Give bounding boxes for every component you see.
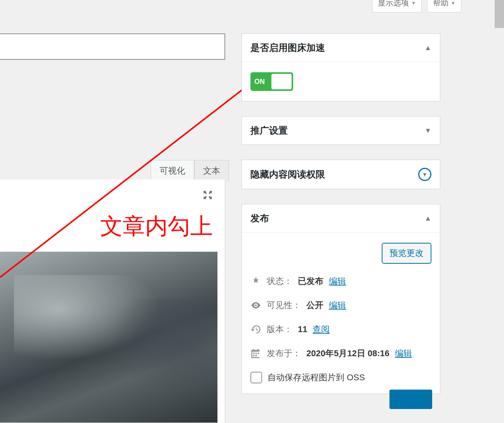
panel-cdn-accel: 是否启用图床加速 ▲ ON <box>242 33 440 101</box>
visibility-row: 可见性： 公开 编辑 <box>250 299 431 311</box>
eye-icon <box>250 300 261 311</box>
scrollbar-thumb[interactable] <box>495 0 504 28</box>
toggle-on-label: ON <box>254 78 265 86</box>
cdn-toggle[interactable]: ON <box>250 72 293 91</box>
update-button[interactable] <box>389 390 432 409</box>
status-row: 状态： 已发布 编辑 <box>250 275 431 287</box>
revisions-browse-link[interactable]: 查阅 <box>313 324 330 335</box>
panel-promo: 推广设置 ▼ <box>242 116 440 145</box>
status-edit-link[interactable]: 编辑 <box>329 275 346 287</box>
auto-save-row: 自动保存远程图片到 OSS <box>250 372 431 383</box>
screen-options-button[interactable]: 显示选项 ▼ <box>372 0 422 12</box>
circle-toggle-icon[interactable]: ▼ <box>418 168 431 181</box>
help-button[interactable]: 帮助 ▼ <box>427 0 461 12</box>
chevron-down-icon: ▼ <box>451 0 455 6</box>
fullscreen-icon[interactable] <box>202 190 213 200</box>
pin-icon <box>250 276 261 287</box>
panel-hidden-content-title: 隐藏内容阅读权限 <box>250 168 325 181</box>
published-row: 发布于： 2020年5月12日 08:16 编辑 <box>250 348 431 359</box>
visibility-value: 公开 <box>306 299 323 311</box>
chevron-down-icon: ▼ <box>424 127 431 135</box>
panel-hidden-content-header[interactable]: 隐藏内容阅读权限 ▼ <box>242 160 440 189</box>
preview-changes-button[interactable]: 预览更改 <box>382 243 431 264</box>
auto-save-checkbox[interactable] <box>250 372 262 383</box>
history-icon <box>250 324 261 335</box>
published-value: 2020年5月12日 08:16 <box>306 348 389 359</box>
tab-text[interactable]: 文本 <box>194 160 229 182</box>
published-edit-link[interactable]: 编辑 <box>395 348 412 359</box>
revisions-value: 11 <box>298 324 307 334</box>
status-label: 状态： <box>267 275 292 287</box>
screen-options-label: 显示选项 <box>378 0 409 8</box>
panel-promo-title: 推广设置 <box>250 124 288 137</box>
panel-hidden-content: 隐藏内容阅读权限 ▼ <box>242 160 440 189</box>
revisions-row: 版本： 11 查阅 <box>250 324 431 335</box>
help-label: 帮助 <box>433 0 448 8</box>
post-title-input[interactable] <box>0 33 225 60</box>
chevron-up-icon: ▲ <box>424 214 431 223</box>
status-value: 已发布 <box>298 275 323 287</box>
panel-cdn-header[interactable]: 是否启用图床加速 ▲ <box>242 34 440 62</box>
revisions-label: 版本： <box>267 324 292 335</box>
content-image[interactable] <box>0 252 217 423</box>
panel-cdn-title: 是否启用图床加速 <box>250 42 325 54</box>
toggle-knob <box>271 74 292 89</box>
chevron-down-icon: ▼ <box>411 0 416 6</box>
auto-save-label: 自动保存远程图片到 OSS <box>268 372 365 383</box>
calendar-icon <box>250 348 261 359</box>
panel-promo-header[interactable]: 推广设置 ▼ <box>242 117 440 144</box>
chevron-up-icon: ▲ <box>424 44 431 52</box>
tab-visual[interactable]: 可视化 <box>151 160 194 182</box>
panel-publish-header[interactable]: 发布 ▲ <box>242 204 440 233</box>
panel-publish-title: 发布 <box>250 212 269 225</box>
annotation-label: 文章内勾上 <box>100 211 213 242</box>
visibility-edit-link[interactable]: 编辑 <box>329 299 346 311</box>
panel-publish: 发布 ▲ 预览更改 状态： 已发布 编辑 可见性： 公开 编辑 版本： <box>242 204 440 394</box>
visibility-label: 可见性： <box>267 299 301 311</box>
published-label: 发布于： <box>267 348 301 359</box>
